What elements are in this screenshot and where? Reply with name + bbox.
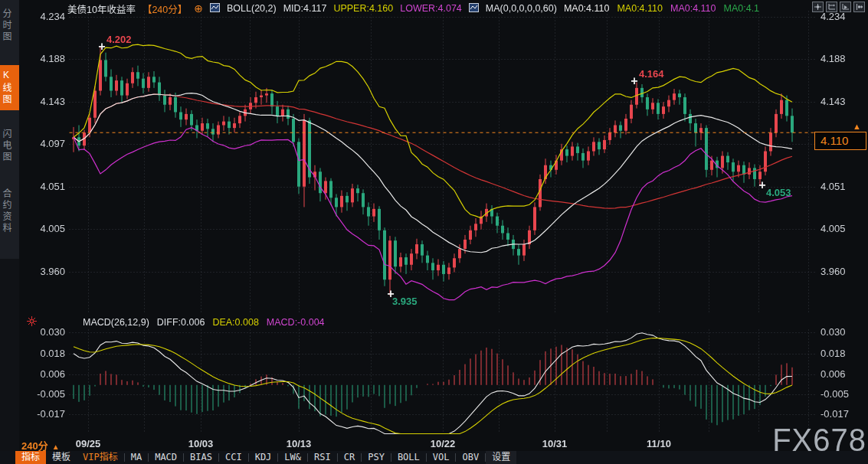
toolbar-item-3[interactable]: VIP指标: [77, 451, 124, 464]
ma-values: MA0:4.110MA0:4.110MA0:4.110MA0:4.1: [564, 3, 759, 14]
indicator-toolbar: 指标模板VIP指标MAMACDBIASCCIKDJLW&RSICRPSYBOLL…: [0, 451, 868, 464]
timeframe-label: 240分: [21, 440, 48, 452]
toolbar-item-9[interactable]: LW&: [278, 451, 307, 464]
toolbar-item-12[interactable]: PSY: [362, 451, 391, 464]
ma-value-1: MA0:4.110: [617, 3, 663, 14]
crosshair-icon[interactable]: [812, 2, 824, 12]
extreme-cross-marker: +: [387, 289, 394, 300]
price-axis-label-right: 4.005: [821, 223, 866, 234]
boll-upper-value: UPPER:4.160: [333, 3, 393, 14]
pan-right-icon[interactable]: [853, 2, 865, 12]
toolbar-item-1[interactable]: 指标: [15, 451, 46, 464]
ma-value-0: MA0:4.110: [564, 3, 610, 14]
price-axis-label-left: 4.143: [23, 96, 65, 107]
toolbar-item-10[interactable]: RSI: [308, 451, 337, 464]
macd-axis-label-right: -0.017: [821, 408, 866, 420]
symbol-title: 美债10年收益率: [67, 2, 136, 16]
price-annotation: 4.164: [639, 68, 664, 80]
macd-diff-value: DIFF:0.006: [157, 317, 205, 328]
macd-axis-label-right: 0.018: [821, 348, 866, 359]
main-chart-legend: 美债10年收益率 【240分】 ⊕ BOLL(20,2) MID:4.117 U…: [67, 2, 759, 15]
sidebar-item-contract-info[interactable]: 合约资料: [0, 184, 19, 239]
price-axis-label-left: 4.234: [23, 11, 65, 22]
macd-axis-label-right: -0.005: [821, 388, 866, 400]
play-axis-icon[interactable]: [840, 2, 851, 12]
toolbar-item-7[interactable]: CCI: [219, 451, 248, 464]
macd-panel-icon[interactable]: [26, 315, 38, 330]
boll-lower-value: LOWER:4.074: [400, 3, 462, 14]
toolbar-item-15[interactable]: OBV: [456, 451, 485, 464]
toolbar-item-16[interactable]: 设置: [486, 451, 516, 464]
boll-name: BOLL(20,2): [227, 3, 277, 14]
price-axis-label-left: 4.188: [23, 53, 65, 64]
ma-indicator-icon[interactable]: [469, 3, 479, 15]
sidebar-item-flash-chart[interactable]: 闪电图: [0, 124, 19, 168]
price-axis-label-left: 3.960: [23, 266, 65, 277]
extreme-cross-marker: +: [758, 180, 765, 191]
macd-name: MACD(26,12,9): [83, 317, 149, 328]
sidebar-item-minute-chart[interactable]: 分时图: [0, 4, 19, 47]
price-annotation: 3.935: [392, 296, 418, 307]
x-axis-label: 09/25: [76, 438, 101, 449]
price-axis-label-right: 4.143: [821, 96, 866, 107]
macd-axis-label-right: 0.030: [821, 326, 866, 338]
current-price-box: 4.110: [814, 132, 866, 150]
trading-app-window: 分时图K线图闪电图合约资料 美债10年收益率 【240分】 ⊕ BOLL(20,…: [0, 0, 868, 464]
extreme-cross-marker: +: [98, 41, 105, 53]
macd-legend: MACD(26,12,9) DIFF:0.006 DEA:0.008 MACD:…: [83, 316, 325, 328]
price-axis-label-right: 4.051: [821, 181, 866, 192]
fit-chart-icon[interactable]: [826, 2, 837, 12]
toolbar-item-11[interactable]: CR: [338, 451, 361, 464]
period-label: 【240分】: [142, 2, 187, 16]
x-axis-label: 11/10: [647, 438, 671, 449]
price-axis-label-right: 3.960: [821, 266, 866, 277]
x-axis-label: 10/31: [542, 438, 568, 449]
toolbar-item-14[interactable]: VOL: [427, 451, 456, 464]
toolbar-item-6[interactable]: BIAS: [184, 451, 218, 464]
macd-axis-label-left: -0.005: [23, 388, 65, 400]
timeframe-arrow-icon: ▲: [52, 443, 60, 451]
ma-name: MA(0,0,0,0,0,60): [486, 3, 557, 14]
price-axis-label-left: 4.005: [23, 223, 65, 234]
left-sidebar: 分时图K线图闪电图合约资料: [0, 0, 19, 464]
price-axis-label-left: 4.051: [23, 181, 65, 192]
collapse-icon[interactable]: ⊕: [194, 2, 203, 15]
x-axis-label: 10/22: [431, 438, 456, 449]
price-axis-label-right: 4.234: [821, 11, 866, 22]
macd-axis-label-left: 0.018: [23, 348, 65, 359]
price-annotation: 4.053: [766, 187, 791, 198]
x-axis-label: 10/13: [287, 438, 312, 449]
boll-mid-value: MID:4.117: [283, 3, 327, 14]
x-axis-label: 10/03: [188, 438, 214, 449]
price-axis-label-right: 4.188: [821, 53, 866, 64]
toolbar-item-13[interactable]: BOLL: [391, 451, 426, 464]
toolbar-item-4[interactable]: MA: [125, 451, 148, 464]
macd-axis-label-left: -0.017: [23, 408, 65, 420]
macd-axis-label-left: 0.006: [23, 368, 65, 380]
macd-dea-value: DEA:0.008: [212, 317, 258, 328]
ma-value-3: MA0:4.1: [724, 3, 760, 14]
toolbar-item-8[interactable]: KDJ: [249, 451, 278, 464]
toolbar-item-2[interactable]: 模板: [46, 451, 77, 464]
sidebar-item-kline-chart[interactable]: K线图: [0, 65, 19, 110]
price-annotation: 4.202: [106, 34, 132, 45]
price-up-arrow-icon: ▲: [853, 123, 861, 131]
macd-axis-label-right: 0.006: [821, 368, 866, 380]
toolbar-item-5[interactable]: MACD: [149, 451, 183, 464]
chart-canvas[interactable]: [0, 0, 868, 464]
boll-indicator-icon[interactable]: [210, 3, 220, 15]
price-axis-label-left: 4.097: [23, 138, 65, 149]
macd-value: MACD:-0.004: [267, 317, 325, 328]
extreme-cross-marker: +: [631, 76, 637, 87]
ma-value-2: MA0:4.110: [670, 3, 716, 14]
